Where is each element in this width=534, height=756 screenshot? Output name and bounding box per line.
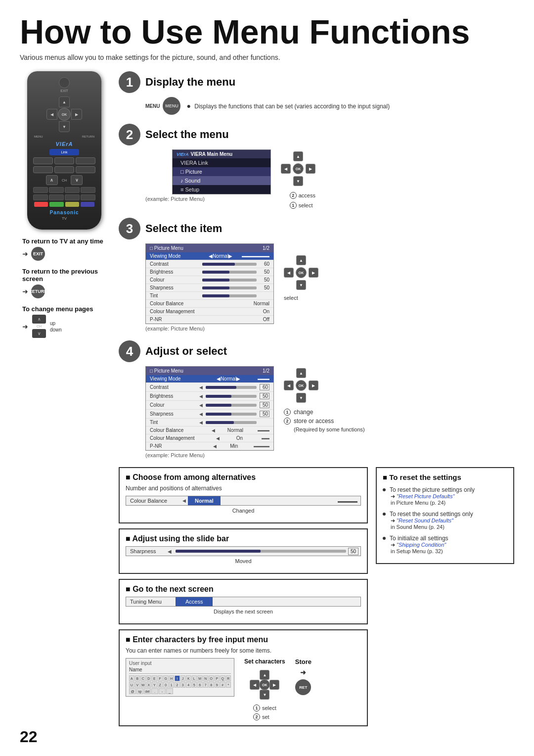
- ok4-left[interactable]: ◀: [284, 380, 294, 390]
- colour-balance-row-4[interactable]: Colour Balance ◀ Normal ▬▬▬: [146, 426, 273, 434]
- btn5[interactable]: [54, 166, 74, 173]
- char-I[interactable]: I: [175, 675, 180, 681]
- char-P[interactable]: P: [215, 675, 220, 681]
- char-H[interactable]: H: [169, 675, 175, 681]
- rect-btn6[interactable]: [49, 194, 64, 200]
- ok-enter-right[interactable]: ▶: [269, 680, 279, 690]
- rect-btn1[interactable]: [33, 187, 48, 193]
- blue-btn[interactable]: [81, 202, 94, 207]
- sharpness-row[interactable]: Sharpness 50: [146, 284, 273, 292]
- btn4[interactable]: [33, 166, 53, 173]
- sharpness-row-4[interactable]: Sharpness ◀ 50: [146, 410, 273, 419]
- char-V[interactable]: V: [135, 682, 140, 688]
- sharpness-ex-row[interactable]: Sharpness ◀ 50: [126, 546, 361, 556]
- nav-down[interactable]: ▼: [59, 121, 70, 132]
- char-hash[interactable]: #: [220, 682, 225, 688]
- char-1[interactable]: 1: [169, 682, 175, 688]
- char-del[interactable]: del: [144, 688, 151, 694]
- yellow-btn[interactable]: [65, 202, 79, 207]
- char-X[interactable]: X: [146, 682, 152, 688]
- char-dash[interactable]: -: [159, 688, 166, 694]
- viewing-mode-row[interactable]: Viewing Mode ◀Normal▶ ▬▬▬▬▬▬▬: [146, 252, 273, 260]
- char-A[interactable]: A: [129, 675, 134, 681]
- brightness-row-4[interactable]: Brightness ◀ 50: [146, 392, 273, 401]
- red-btn[interactable]: [34, 202, 48, 207]
- exit-button[interactable]: [59, 77, 70, 88]
- ok4-center[interactable]: OK: [296, 380, 307, 391]
- tint-row[interactable]: Tint: [146, 292, 273, 300]
- ok-right[interactable]: ▶: [306, 164, 315, 174]
- rect-btn8[interactable]: [81, 194, 95, 200]
- colour-management-row[interactable]: Colour Management On: [146, 308, 273, 316]
- menu-viera-link[interactable]: VIERA Link: [173, 158, 270, 167]
- char-K[interactable]: K: [186, 675, 191, 681]
- ok3-up[interactable]: ▲: [296, 255, 306, 265]
- ok-enter-left[interactable]: ◀: [250, 680, 260, 690]
- ok3-right[interactable]: ▶: [309, 268, 318, 278]
- ok4-right[interactable]: ▶: [309, 380, 318, 390]
- colour-balance-row-ex[interactable]: Colour Balance ◀ Normal ▬▬▬▬: [126, 496, 361, 506]
- green-btn[interactable]: [49, 202, 63, 207]
- ok3-center[interactable]: OK: [296, 267, 307, 278]
- char-O[interactable]: O: [209, 675, 214, 681]
- rect-btn7[interactable]: [65, 194, 80, 200]
- colour-management-row-4[interactable]: Colour Management ◀ On ▬▬: [146, 434, 273, 442]
- ok-button[interactable]: OK: [58, 108, 71, 121]
- rect-btn3[interactable]: [65, 187, 80, 193]
- ch-down[interactable]: ∨: [71, 175, 83, 185]
- menu-button[interactable]: MENU: [163, 97, 180, 115]
- pnr-row[interactable]: P-NR Off: [146, 316, 273, 324]
- ok3-down[interactable]: ▼: [296, 280, 306, 290]
- ok3-left[interactable]: ◀: [284, 268, 294, 278]
- tint-row-4[interactable]: Tint ◀: [146, 419, 273, 426]
- access-btn[interactable]: Access: [176, 597, 213, 606]
- char-dot[interactable]: .: [151, 688, 158, 694]
- user-input-box[interactable]: User input Name A B C D E: [126, 658, 234, 697]
- char-7[interactable]: 7: [203, 682, 209, 688]
- ok-enter-down[interactable]: ▼: [260, 690, 269, 700]
- char-B[interactable]: B: [135, 675, 140, 681]
- brightness-row[interactable]: Brightness 50: [146, 268, 273, 276]
- char-at[interactable]: @: [129, 688, 136, 694]
- char-0[interactable]: 0: [163, 682, 169, 688]
- colour-balance-row[interactable]: Colour Balance Normal: [146, 300, 273, 308]
- contrast-row[interactable]: Contrast 60: [146, 260, 273, 268]
- viera-link-btn[interactable]: Link: [49, 149, 79, 155]
- colour-row-4[interactable]: Colour ◀ 50: [146, 401, 273, 410]
- btn2[interactable]: [54, 157, 74, 164]
- nav-up[interactable]: ▲: [59, 96, 70, 107]
- return-icon[interactable]: RETURN: [31, 284, 45, 298]
- page-down-btn[interactable]: ∨: [32, 329, 46, 338]
- char-E[interactable]: E: [152, 675, 157, 681]
- char-W[interactable]: W: [140, 682, 146, 688]
- char-Y[interactable]: Y: [152, 682, 157, 688]
- char-9[interactable]: 9: [215, 682, 220, 688]
- menu-setup[interactable]: ≡ Setup: [173, 185, 270, 194]
- ok-center[interactable]: OK: [293, 163, 304, 174]
- pnr-row-4[interactable]: P-NR ◀ Min ▬▬▬▬: [146, 442, 273, 450]
- ok-enter-center[interactable]: OK: [259, 679, 270, 690]
- ch-up[interactable]: ∧: [46, 175, 58, 185]
- ok-up[interactable]: ▲: [293, 151, 303, 161]
- char-L[interactable]: L: [192, 675, 197, 681]
- ok-enter-up[interactable]: ▲: [260, 670, 269, 680]
- nav-right[interactable]: ▶: [71, 109, 82, 120]
- btn1[interactable]: [33, 157, 53, 164]
- char-star[interactable]: *: [226, 682, 231, 688]
- menu-picture[interactable]: □ Picture: [173, 167, 270, 176]
- char-J[interactable]: J: [180, 675, 186, 681]
- char-5[interactable]: 5: [192, 682, 197, 688]
- rect-btn4[interactable]: [81, 187, 95, 193]
- char-M[interactable]: M: [197, 675, 203, 681]
- return-store-btn[interactable]: RET: [295, 679, 311, 695]
- rect-btn5[interactable]: [33, 194, 48, 200]
- tuning-row[interactable]: Tuning Menu Access: [126, 597, 361, 607]
- ok-left[interactable]: ◀: [281, 164, 291, 174]
- char-G[interactable]: G: [163, 675, 169, 681]
- char-3[interactable]: 3: [180, 682, 186, 688]
- char-R[interactable]: R: [226, 675, 231, 681]
- char-under[interactable]: _: [166, 688, 173, 694]
- char-F[interactable]: F: [158, 675, 163, 681]
- colour-row[interactable]: Colour 50: [146, 276, 273, 284]
- char-4[interactable]: 4: [186, 682, 191, 688]
